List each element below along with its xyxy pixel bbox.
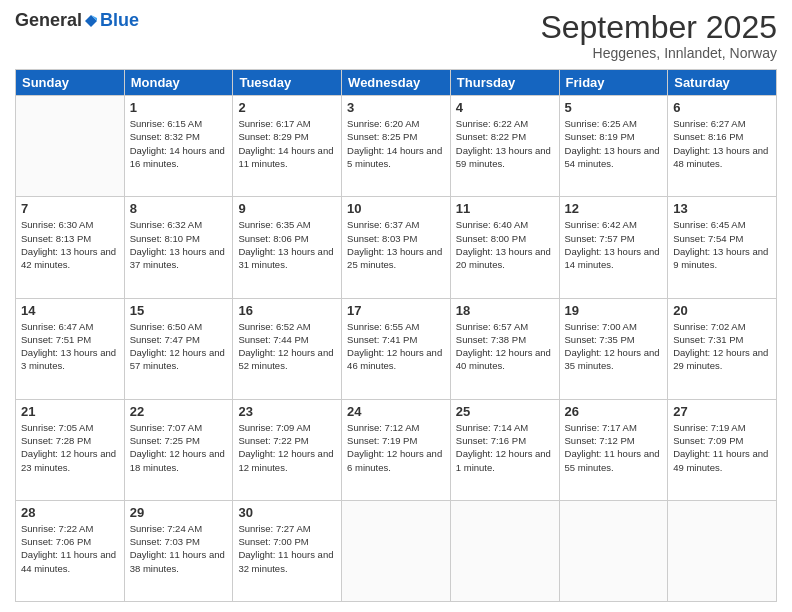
day-info: Sunrise: 6:52 AM Sunset: 7:44 PM Dayligh…: [238, 320, 336, 373]
day-number: 19: [565, 303, 663, 318]
logo: General Blue: [15, 10, 139, 31]
day-number: 9: [238, 201, 336, 216]
day-number: 11: [456, 201, 554, 216]
calendar-cell: 18Sunrise: 6:57 AM Sunset: 7:38 PM Dayli…: [450, 298, 559, 399]
calendar-cell: 15Sunrise: 6:50 AM Sunset: 7:47 PM Dayli…: [124, 298, 233, 399]
day-info: Sunrise: 6:15 AM Sunset: 8:32 PM Dayligh…: [130, 117, 228, 170]
day-info: Sunrise: 6:20 AM Sunset: 8:25 PM Dayligh…: [347, 117, 445, 170]
day-number: 4: [456, 100, 554, 115]
weekday-monday: Monday: [124, 70, 233, 96]
weekday-wednesday: Wednesday: [342, 70, 451, 96]
day-number: 7: [21, 201, 119, 216]
day-number: 10: [347, 201, 445, 216]
day-info: Sunrise: 7:24 AM Sunset: 7:03 PM Dayligh…: [130, 522, 228, 575]
weekday-friday: Friday: [559, 70, 668, 96]
logo-flag-icon: [83, 13, 99, 29]
weekday-sunday: Sunday: [16, 70, 125, 96]
day-number: 2: [238, 100, 336, 115]
calendar-cell: 28Sunrise: 7:22 AM Sunset: 7:06 PM Dayli…: [16, 500, 125, 601]
week-row-4: 28Sunrise: 7:22 AM Sunset: 7:06 PM Dayli…: [16, 500, 777, 601]
day-info: Sunrise: 6:27 AM Sunset: 8:16 PM Dayligh…: [673, 117, 771, 170]
header: General Blue September 2025 Heggenes, In…: [15, 10, 777, 61]
day-number: 27: [673, 404, 771, 419]
calendar-cell: 21Sunrise: 7:05 AM Sunset: 7:28 PM Dayli…: [16, 399, 125, 500]
day-info: Sunrise: 6:37 AM Sunset: 8:03 PM Dayligh…: [347, 218, 445, 271]
main-title: September 2025: [540, 10, 777, 45]
calendar-cell: 12Sunrise: 6:42 AM Sunset: 7:57 PM Dayli…: [559, 197, 668, 298]
day-number: 5: [565, 100, 663, 115]
week-row-2: 14Sunrise: 6:47 AM Sunset: 7:51 PM Dayli…: [16, 298, 777, 399]
day-info: Sunrise: 6:30 AM Sunset: 8:13 PM Dayligh…: [21, 218, 119, 271]
day-info: Sunrise: 6:55 AM Sunset: 7:41 PM Dayligh…: [347, 320, 445, 373]
day-info: Sunrise: 7:09 AM Sunset: 7:22 PM Dayligh…: [238, 421, 336, 474]
day-info: Sunrise: 7:02 AM Sunset: 7:31 PM Dayligh…: [673, 320, 771, 373]
calendar-cell: 23Sunrise: 7:09 AM Sunset: 7:22 PM Dayli…: [233, 399, 342, 500]
day-number: 24: [347, 404, 445, 419]
day-number: 17: [347, 303, 445, 318]
day-number: 25: [456, 404, 554, 419]
calendar-header: SundayMondayTuesdayWednesdayThursdayFrid…: [16, 70, 777, 96]
day-number: 8: [130, 201, 228, 216]
calendar-cell: 14Sunrise: 6:47 AM Sunset: 7:51 PM Dayli…: [16, 298, 125, 399]
day-number: 23: [238, 404, 336, 419]
calendar-cell: 16Sunrise: 6:52 AM Sunset: 7:44 PM Dayli…: [233, 298, 342, 399]
day-info: Sunrise: 6:57 AM Sunset: 7:38 PM Dayligh…: [456, 320, 554, 373]
logo-blue: Blue: [100, 10, 139, 31]
page: General Blue September 2025 Heggenes, In…: [0, 0, 792, 612]
day-info: Sunrise: 6:50 AM Sunset: 7:47 PM Dayligh…: [130, 320, 228, 373]
svg-marker-0: [85, 15, 97, 27]
day-number: 6: [673, 100, 771, 115]
day-info: Sunrise: 6:32 AM Sunset: 8:10 PM Dayligh…: [130, 218, 228, 271]
day-info: Sunrise: 6:25 AM Sunset: 8:19 PM Dayligh…: [565, 117, 663, 170]
calendar-cell: 8Sunrise: 6:32 AM Sunset: 8:10 PM Daylig…: [124, 197, 233, 298]
calendar-cell: [559, 500, 668, 601]
day-number: 16: [238, 303, 336, 318]
logo-text: General Blue: [15, 10, 139, 31]
calendar-cell: 17Sunrise: 6:55 AM Sunset: 7:41 PM Dayli…: [342, 298, 451, 399]
week-row-1: 7Sunrise: 6:30 AM Sunset: 8:13 PM Daylig…: [16, 197, 777, 298]
week-row-3: 21Sunrise: 7:05 AM Sunset: 7:28 PM Dayli…: [16, 399, 777, 500]
logo-general: General: [15, 10, 82, 31]
day-info: Sunrise: 6:42 AM Sunset: 7:57 PM Dayligh…: [565, 218, 663, 271]
calendar-cell: 11Sunrise: 6:40 AM Sunset: 8:00 PM Dayli…: [450, 197, 559, 298]
calendar-cell: 7Sunrise: 6:30 AM Sunset: 8:13 PM Daylig…: [16, 197, 125, 298]
calendar-cell: 13Sunrise: 6:45 AM Sunset: 7:54 PM Dayli…: [668, 197, 777, 298]
day-info: Sunrise: 6:22 AM Sunset: 8:22 PM Dayligh…: [456, 117, 554, 170]
calendar-cell: 27Sunrise: 7:19 AM Sunset: 7:09 PM Dayli…: [668, 399, 777, 500]
calendar-cell: [342, 500, 451, 601]
calendar-cell: 24Sunrise: 7:12 AM Sunset: 7:19 PM Dayli…: [342, 399, 451, 500]
day-number: 28: [21, 505, 119, 520]
day-number: 3: [347, 100, 445, 115]
calendar-cell: [450, 500, 559, 601]
day-number: 21: [21, 404, 119, 419]
day-info: Sunrise: 6:47 AM Sunset: 7:51 PM Dayligh…: [21, 320, 119, 373]
day-info: Sunrise: 7:14 AM Sunset: 7:16 PM Dayligh…: [456, 421, 554, 474]
day-info: Sunrise: 7:27 AM Sunset: 7:00 PM Dayligh…: [238, 522, 336, 575]
day-number: 18: [456, 303, 554, 318]
calendar-body: 1Sunrise: 6:15 AM Sunset: 8:32 PM Daylig…: [16, 96, 777, 602]
title-block: September 2025 Heggenes, Innlandet, Norw…: [540, 10, 777, 61]
day-number: 22: [130, 404, 228, 419]
calendar-cell: 19Sunrise: 7:00 AM Sunset: 7:35 PM Dayli…: [559, 298, 668, 399]
day-number: 26: [565, 404, 663, 419]
calendar-cell: 26Sunrise: 7:17 AM Sunset: 7:12 PM Dayli…: [559, 399, 668, 500]
day-number: 30: [238, 505, 336, 520]
weekday-thursday: Thursday: [450, 70, 559, 96]
day-number: 20: [673, 303, 771, 318]
calendar-cell: 1Sunrise: 6:15 AM Sunset: 8:32 PM Daylig…: [124, 96, 233, 197]
subtitle: Heggenes, Innlandet, Norway: [540, 45, 777, 61]
calendar-cell: 29Sunrise: 7:24 AM Sunset: 7:03 PM Dayli…: [124, 500, 233, 601]
day-info: Sunrise: 6:17 AM Sunset: 8:29 PM Dayligh…: [238, 117, 336, 170]
weekday-tuesday: Tuesday: [233, 70, 342, 96]
day-number: 12: [565, 201, 663, 216]
calendar-cell: 10Sunrise: 6:37 AM Sunset: 8:03 PM Dayli…: [342, 197, 451, 298]
calendar-cell: 5Sunrise: 6:25 AM Sunset: 8:19 PM Daylig…: [559, 96, 668, 197]
day-number: 14: [21, 303, 119, 318]
day-number: 15: [130, 303, 228, 318]
day-info: Sunrise: 7:22 AM Sunset: 7:06 PM Dayligh…: [21, 522, 119, 575]
day-info: Sunrise: 6:45 AM Sunset: 7:54 PM Dayligh…: [673, 218, 771, 271]
week-row-0: 1Sunrise: 6:15 AM Sunset: 8:32 PM Daylig…: [16, 96, 777, 197]
calendar-cell: [668, 500, 777, 601]
day-number: 29: [130, 505, 228, 520]
day-info: Sunrise: 7:00 AM Sunset: 7:35 PM Dayligh…: [565, 320, 663, 373]
